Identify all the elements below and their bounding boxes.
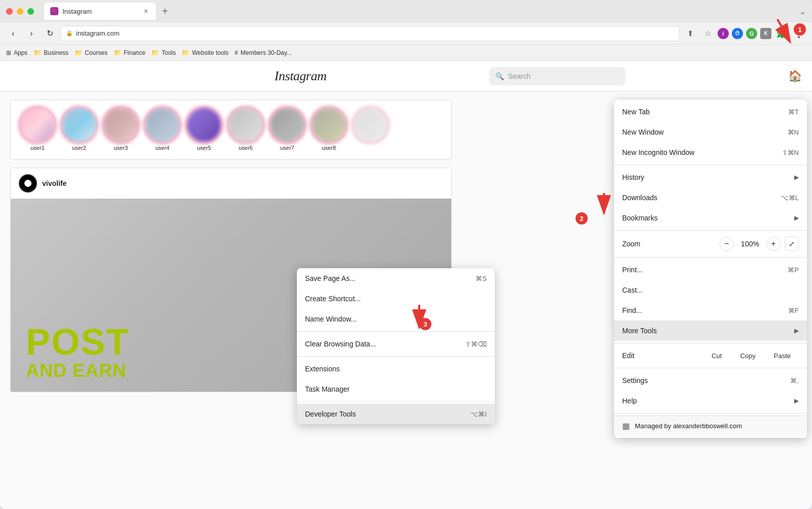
extension-green[interactable]: G xyxy=(746,28,757,39)
managed-text: Managed by alexanderbboswell.com xyxy=(635,422,742,430)
bookmark-website-tools[interactable]: 📁 Website tools xyxy=(182,49,228,56)
bookmark-tools-label: Tools xyxy=(161,49,176,56)
menu-item-bookmarks[interactable]: Bookmarks ▶ xyxy=(614,208,807,228)
managed-icon: ▦ xyxy=(622,421,630,431)
menu-item-find[interactable]: Find... ⌘F xyxy=(614,300,807,321)
more-tools-arrow-icon: ▶ xyxy=(794,327,799,334)
extension-gray[interactable]: K xyxy=(760,28,771,39)
story-label-5: user5 xyxy=(197,145,211,151)
stories-row: user1 user2 user3 user4 user5 xyxy=(10,100,452,160)
search-placeholder: Search xyxy=(508,72,530,80)
story-9[interactable] xyxy=(354,108,387,151)
bookmark-business[interactable]: 📁 Business xyxy=(33,49,69,56)
submenu-save-page[interactable]: Save Page As... ⌘S xyxy=(297,268,495,289)
bookmarks-bar: ⊞ Apps 📁 Business 📁 Courses 📁 Finance 📁 … xyxy=(0,45,812,61)
extension-clock[interactable]: ⏱ xyxy=(732,28,743,39)
story-3[interactable]: user3 xyxy=(104,108,138,151)
extensions-button[interactable]: 🧩 xyxy=(774,26,789,41)
clear-browsing-label: Clear Browsing Data... xyxy=(305,340,465,348)
settings-shortcut: ⌘, xyxy=(790,377,799,385)
story-4[interactable]: user4 xyxy=(146,108,179,151)
submenu-developer-tools[interactable]: Developer Tools ⌥⌘I xyxy=(297,404,495,424)
story-label-8: user8 xyxy=(322,145,336,151)
menu-divider-4 xyxy=(614,343,807,343)
story-8[interactable]: user8 xyxy=(312,108,346,151)
story-label-4: user4 xyxy=(155,145,170,151)
back-button[interactable]: ‹ xyxy=(6,26,20,41)
cast-label: Cast... xyxy=(622,286,799,294)
submenu-name-window[interactable]: Name Window... xyxy=(297,309,495,329)
downloads-label: Downloads xyxy=(622,194,781,202)
refresh-button[interactable]: ↻ xyxy=(43,26,57,41)
instagram-logo: Instagram xyxy=(275,69,326,84)
menu-item-cast[interactable]: Cast... xyxy=(614,280,807,300)
zoom-minus-button[interactable]: − xyxy=(720,237,734,251)
extensions-label: Extensions xyxy=(305,365,487,373)
edit-buttons: Cut Copy Paste xyxy=(703,350,799,362)
story-5[interactable]: user5 xyxy=(187,108,221,151)
extension-purple[interactable]: i xyxy=(718,28,729,39)
address-bar[interactable]: 🔒 instagram.com xyxy=(61,26,679,41)
zoom-expand-button[interactable]: ⤢ xyxy=(785,237,799,251)
bookmark-members-label: Members 30-Day... xyxy=(241,49,292,56)
story-6[interactable]: user6 xyxy=(229,108,262,151)
story-2[interactable]: user2 xyxy=(62,108,96,151)
story-avatar-7 xyxy=(270,108,304,142)
edit-label: Edit xyxy=(622,352,703,360)
story-1[interactable]: user1 xyxy=(21,108,54,151)
menu-item-new-tab[interactable]: New Tab ⌘T xyxy=(614,102,807,122)
menu-item-settings[interactable]: Settings ⌘, xyxy=(614,370,807,391)
menu-item-help[interactable]: Help ▶ xyxy=(614,391,807,411)
menu-item-new-window[interactable]: New Window ⌘N xyxy=(614,122,807,142)
tab-bar: Instagram ✕ + xyxy=(44,3,806,20)
bookmark-tools[interactable]: 📁 Tools xyxy=(151,49,176,56)
maximize-button[interactable] xyxy=(27,8,34,15)
bookmark-finance[interactable]: 📁 Finance xyxy=(114,49,146,56)
submenu-divider-1 xyxy=(297,331,495,332)
browser-tab[interactable]: Instagram ✕ xyxy=(44,3,156,20)
submenu-create-shortcut[interactable]: Create Shortcut... xyxy=(297,289,495,309)
share-button[interactable]: ⬆ xyxy=(683,26,697,41)
copy-button[interactable]: Copy xyxy=(732,350,763,362)
story-avatar-8 xyxy=(312,108,346,142)
minimize-button[interactable] xyxy=(17,8,23,15)
bookmark-button[interactable]: ☆ xyxy=(700,26,715,41)
submenu-task-manager[interactable]: Task Manager xyxy=(297,379,495,399)
menu-divider-6 xyxy=(614,413,807,413)
cut-button[interactable]: Cut xyxy=(703,350,730,362)
menu-item-more-tools[interactable]: More Tools ▶ xyxy=(614,321,807,341)
save-page-shortcut: ⌘S xyxy=(476,275,487,282)
post-avatar xyxy=(19,174,37,193)
home-icon[interactable]: 🏠 xyxy=(788,70,802,83)
menu-divider-3 xyxy=(614,257,807,258)
annotation-arrow-2 xyxy=(584,188,624,229)
find-label: Find... xyxy=(622,306,788,314)
zoom-plus-button[interactable]: + xyxy=(766,237,781,251)
menu-item-incognito[interactable]: New Incognito Window ⇧⌘N xyxy=(614,142,807,163)
apps-grid-icon: ⊞ xyxy=(6,49,11,56)
menu-item-downloads[interactable]: Downloads ⌥⌘L xyxy=(614,187,807,208)
submenu-clear-browsing[interactable]: Clear Browsing Data... ⇧⌘⌫ xyxy=(297,334,495,354)
post-text-overlay: POST AND EARN xyxy=(26,324,129,381)
story-avatar-3 xyxy=(104,108,138,142)
window-expand-icon: ⌄ xyxy=(799,7,806,16)
menu-item-history[interactable]: History ▶ xyxy=(614,167,807,187)
close-button[interactable] xyxy=(6,8,13,15)
submenu-divider-3 xyxy=(297,401,495,402)
bookmark-courses[interactable]: 📁 Courses xyxy=(75,49,108,56)
menu-item-print[interactable]: Print... ⌘P xyxy=(614,260,807,280)
menu-divider-1 xyxy=(614,165,807,165)
bookmark-apps[interactable]: ⊞ Apps xyxy=(6,49,27,56)
new-tab-button[interactable]: + xyxy=(158,4,172,18)
submenu-extensions[interactable]: Extensions xyxy=(297,359,495,379)
bookmark-members[interactable]: # Members 30-Day... xyxy=(234,49,292,56)
menu-divider-2 xyxy=(614,230,807,231)
page-content: Instagram 🔍 Search 🏠 user1 user2 xyxy=(0,61,812,509)
tab-close-button[interactable]: ✕ xyxy=(142,7,150,15)
zoom-label: Zoom xyxy=(622,240,720,248)
story-7[interactable]: user7 xyxy=(270,108,304,151)
paste-button[interactable]: Paste xyxy=(766,350,799,362)
print-label: Print... xyxy=(622,266,788,274)
ig-search-bar[interactable]: 🔍 Search xyxy=(489,67,625,85)
forward-button[interactable]: › xyxy=(24,26,39,41)
